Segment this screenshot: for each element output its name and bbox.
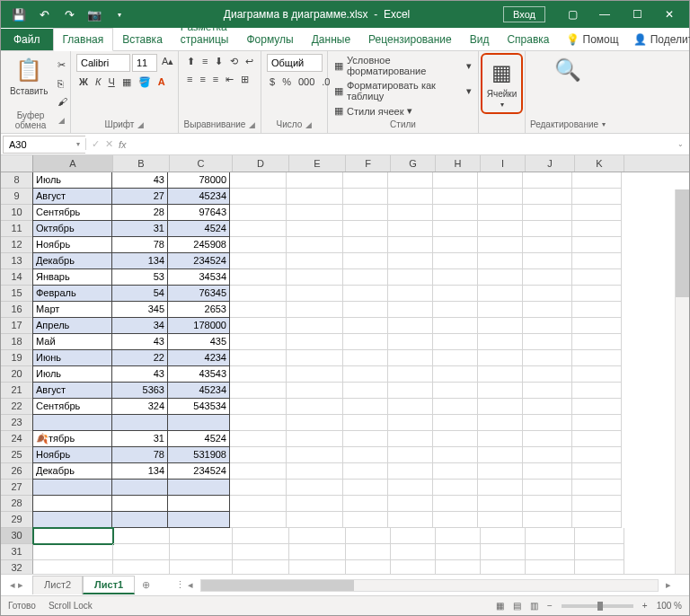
cell[interactable] [32, 495, 112, 512]
cell[interactable] [523, 415, 572, 431]
cell[interactable] [230, 366, 287, 383]
underline-icon[interactable]: Ч [105, 75, 117, 90]
bold-icon[interactable]: Ж [76, 75, 91, 90]
grow-font-icon[interactable]: A▴ [159, 54, 176, 72]
comma-icon[interactable]: 000 [296, 75, 317, 89]
cell[interactable] [289, 544, 346, 560]
cell[interactable] [287, 463, 343, 480]
cell[interactable]: 531908 [167, 446, 230, 463]
cell[interactable] [523, 447, 572, 463]
cell[interactable] [343, 237, 388, 253]
cell[interactable] [523, 221, 572, 237]
cell[interactable]: Декабрь [32, 252, 112, 269]
view-layout-icon[interactable]: ▤ [513, 601, 521, 611]
row-header[interactable]: 13 [1, 253, 33, 269]
format-painter-icon[interactable]: 🖌 [55, 94, 70, 109]
cell[interactable] [287, 189, 343, 205]
cell[interactable] [572, 463, 622, 480]
cell[interactable]: 97643 [167, 204, 230, 221]
cell[interactable] [113, 560, 170, 574]
cell[interactable] [287, 383, 343, 399]
percent-icon[interactable]: % [279, 75, 294, 89]
cell[interactable] [343, 431, 388, 447]
cell[interactable] [287, 172, 343, 189]
cell[interactable] [167, 511, 230, 528]
cell[interactable]: 543534 [167, 398, 230, 415]
cell[interactable]: Ноябрь [32, 236, 112, 253]
cell[interactable] [388, 286, 433, 302]
cell[interactable] [478, 350, 523, 366]
cell[interactable] [523, 496, 572, 512]
redo-icon[interactable]: ↷ [62, 7, 76, 22]
cell[interactable] [572, 189, 622, 205]
cell[interactable] [526, 560, 575, 574]
cell[interactable] [572, 302, 622, 318]
cell[interactable] [523, 237, 572, 253]
cell[interactable] [433, 189, 478, 205]
column-header-I[interactable]: I [481, 155, 526, 172]
vscroll-thumb[interactable] [676, 189, 689, 297]
cell[interactable] [433, 350, 478, 366]
horizontal-scrollbar[interactable]: ⋮ ◂ ▸ [157, 579, 689, 592]
cell[interactable] [481, 544, 526, 560]
tab-insert[interactable]: Вставка [113, 29, 172, 50]
cell[interactable] [575, 528, 624, 544]
cell[interactable]: 324 [111, 398, 168, 415]
name-box[interactable]: A30▾ [3, 136, 85, 154]
cell[interactable] [388, 512, 433, 528]
cell[interactable] [287, 318, 343, 334]
cell[interactable] [572, 512, 622, 528]
cell[interactable] [170, 544, 233, 560]
row-header[interactable]: 12 [1, 237, 33, 253]
cell[interactable] [343, 480, 388, 496]
cell[interactable] [433, 237, 478, 253]
cells-button[interactable]: ▦ Ячейки ▾ [484, 57, 519, 110]
row-header[interactable]: 23 [1, 415, 33, 431]
sheet-tab[interactable]: Лист2 [32, 576, 83, 594]
cell[interactable] [436, 528, 481, 544]
cell[interactable]: Октябрь [32, 220, 112, 237]
cell[interactable] [388, 221, 433, 237]
undo-icon[interactable]: ↶ [37, 7, 51, 22]
cell[interactable]: Февраль [32, 285, 112, 302]
format-as-table-button[interactable]: ▦ Форматировать как таблицу ▾ [333, 79, 473, 102]
minimize-icon[interactable]: — [592, 4, 617, 24]
cell[interactable] [523, 463, 572, 480]
cell[interactable] [433, 221, 478, 237]
cell[interactable] [287, 399, 343, 415]
cell[interactable] [478, 205, 523, 221]
cell[interactable]: 78 [111, 446, 168, 463]
cell[interactable] [433, 383, 478, 399]
row-header[interactable]: 10 [1, 205, 33, 221]
cell[interactable] [230, 205, 287, 221]
cell[interactable] [287, 269, 343, 286]
cell[interactable] [478, 189, 523, 205]
cell[interactable] [230, 350, 287, 366]
cell[interactable] [433, 269, 478, 286]
cell[interactable] [572, 221, 622, 237]
cell[interactable] [433, 302, 478, 318]
cell[interactable] [388, 237, 433, 253]
cell[interactable] [572, 447, 622, 463]
save-icon[interactable]: 💾 [12, 7, 26, 22]
cell[interactable] [391, 544, 436, 560]
cell[interactable] [478, 302, 523, 318]
cell[interactable] [230, 172, 287, 189]
cell[interactable]: 78000 [167, 172, 230, 189]
cell[interactable] [478, 269, 523, 286]
number-format-select[interactable] [267, 54, 323, 72]
column-header-D[interactable]: D [233, 155, 289, 172]
column-header-F[interactable]: F [346, 155, 391, 172]
select-all-corner[interactable] [1, 155, 33, 172]
cell[interactable]: 43 [111, 365, 168, 383]
cell[interactable] [287, 302, 343, 318]
column-header-G[interactable]: G [391, 155, 436, 172]
cell[interactable] [572, 237, 622, 253]
cell[interactable]: Ноябрь [32, 446, 112, 463]
cell[interactable]: 43 [111, 172, 168, 189]
cell[interactable]: Июль [32, 172, 112, 189]
cell[interactable]: 43543 [167, 365, 230, 383]
tab-help[interactable]: Справка [498, 29, 558, 50]
align-center-icon[interactable]: ≡ [197, 72, 208, 87]
cell[interactable] [343, 205, 388, 221]
